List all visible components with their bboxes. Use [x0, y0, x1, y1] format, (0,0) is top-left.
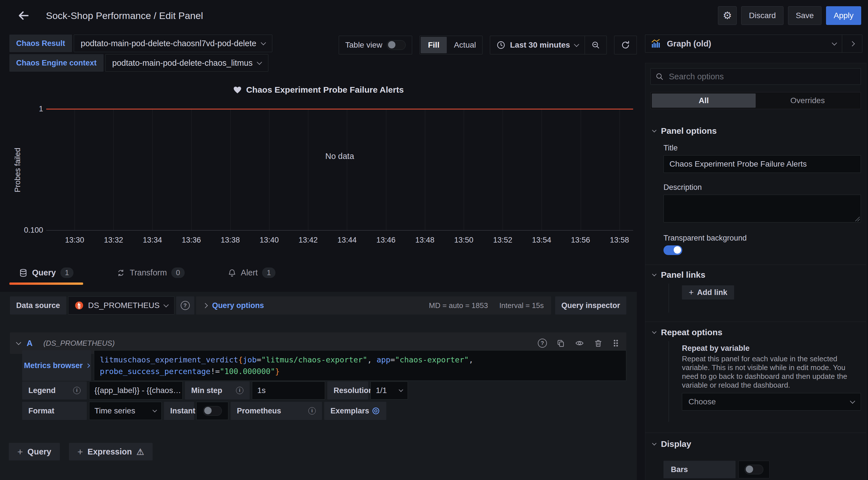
tab-badge: 0 [171, 268, 184, 278]
y-axis-tick-0100: 0.100 [6, 226, 43, 235]
section-repeat-options[interactable]: Repeat options [650, 328, 861, 337]
x-axis-tick: 13:44 [327, 236, 367, 244]
graph-plot-area[interactable]: No data [46, 109, 633, 231]
transform-icon [117, 269, 125, 277]
add-expression-button[interactable]: + Expression ⚠ [69, 443, 153, 460]
max-data-points-stat: MD = auto = 1853 [429, 301, 488, 310]
legend-format-input[interactable]: {{app_label}} - {{chaos… [89, 381, 183, 400]
trash-icon[interactable] [594, 339, 602, 347]
add-link-button[interactable]: + Add link [682, 285, 734, 300]
graph-viz-icon [651, 39, 662, 48]
tab-alert[interactable]: Alert 1 [218, 265, 285, 285]
apply-button[interactable]: Apply [826, 6, 861, 25]
drag-handle-icon[interactable] [612, 339, 620, 347]
repeat-variable-select[interactable]: Choose [682, 393, 861, 411]
tab-overrides[interactable]: Overrides [756, 94, 860, 108]
exemplars-icon[interactable] [372, 407, 380, 415]
gear-icon: ⚙ [723, 10, 732, 22]
panel-description-textarea[interactable] [663, 195, 861, 222]
options-search[interactable] [650, 68, 861, 85]
collapse-chevron-icon [16, 340, 21, 345]
add-expression-label: Expression [88, 447, 132, 456]
query-help-icon[interactable]: ? [538, 339, 547, 348]
plus-icon: + [17, 446, 23, 457]
title-field-label: Title [663, 144, 861, 152]
tab-badge: 1 [262, 268, 275, 278]
tab-all[interactable]: All [652, 94, 756, 108]
x-axis-tick: 13:48 [405, 236, 445, 244]
eye-icon[interactable] [575, 339, 584, 347]
instant-toggle[interactable] [203, 406, 222, 416]
options-search-input[interactable] [668, 72, 856, 81]
format-value: Time series [94, 406, 135, 415]
query-options-bar[interactable]: Query options MD = auto = 1853 Interval … [196, 297, 551, 314]
toggle-viz-pane-button[interactable] [842, 35, 862, 53]
editor-tabs: Query 1 Transform 0 Alert 1 [9, 265, 285, 285]
resolution-select[interactable]: 1/1 [370, 381, 408, 400]
section-panel-links[interactable]: Panel links [650, 270, 861, 280]
transparent-bg-toggle[interactable] [663, 245, 682, 255]
save-button[interactable]: Save [788, 6, 822, 25]
info-icon: i [236, 387, 243, 394]
chevron-down-icon [261, 40, 266, 45]
variable-chaos-engine-context: Chaos Engine context podtato-main-pod-de… [9, 54, 268, 72]
refresh-button[interactable] [614, 36, 637, 54]
exemplars-label: Exemplars [331, 407, 369, 415]
query-datasource-name: (DS_PROMETHEUS) [43, 339, 115, 348]
add-query-label: Query [28, 447, 51, 456]
table-view-toggle[interactable] [387, 40, 406, 50]
time-range-button[interactable]: Last 30 minutes [490, 36, 585, 54]
section-header-label: Panel options [661, 126, 717, 136]
fill-actual-group: Fill Actual [420, 36, 483, 55]
fill-button[interactable]: Fill [421, 37, 447, 53]
table-view-label: Table view [345, 40, 382, 49]
top-bar: Sock-Shop Performance / Edit Panel ⚙ Dis… [0, 0, 868, 31]
data-source-picker[interactable]: DS_PROMETHEUS [68, 297, 175, 314]
visualization-select[interactable]: Graph (old) [645, 35, 842, 53]
variable-value-dropdown[interactable]: podtato-main-pod-delete-chaos_litmus [105, 54, 269, 72]
data-source-help-button[interactable]: ? [176, 297, 194, 314]
legend-label: Legend [28, 386, 56, 395]
panel-title-input[interactable] [669, 159, 856, 169]
chevron-down-icon [574, 42, 579, 47]
plus-icon: + [78, 446, 83, 457]
x-axis-tick: 13:36 [172, 236, 211, 244]
chevron-down-icon [850, 399, 855, 404]
query-expression-row: Metrics browser litmuschaos_experiment_v… [22, 350, 626, 381]
query-editor-panel: Data source DS_PROMETHEUS ? Query option… [0, 292, 637, 480]
format-options-row: Format Time series Instant Prometheus i … [22, 402, 386, 420]
duplicate-icon[interactable] [557, 339, 565, 347]
transparent-bg-label: Transparent background [663, 234, 861, 243]
settings-button[interactable]: ⚙ [718, 6, 737, 25]
tab-query[interactable]: Query 1 [9, 265, 83, 285]
discard-button[interactable]: Discard [741, 6, 783, 25]
x-axis-tick: 13:50 [444, 236, 484, 244]
prometheus-chip: Prometheus i [230, 402, 322, 420]
variable-value-dropdown[interactable]: podtato-main-pod-delete-chaosnl7vd-pod-d… [74, 35, 272, 52]
back-arrow-icon[interactable] [17, 9, 30, 22]
promql-expression-input[interactable]: litmuschaos_experiment_verdict{job="litm… [94, 350, 626, 381]
x-axis-tick: 13:40 [249, 236, 289, 244]
interval-stat: Interval = 15s [499, 301, 544, 310]
metrics-browser-button[interactable]: Metrics browser [22, 350, 91, 381]
actual-button[interactable]: Actual [447, 36, 482, 54]
add-query-button[interactable]: + Query [9, 443, 60, 460]
repeat-select-placeholder: Choose [688, 397, 716, 406]
chevron-down-icon [652, 128, 657, 133]
section-display[interactable]: Display [650, 439, 861, 449]
query-inspector-button[interactable]: Query inspector [555, 297, 626, 314]
chevron-right-icon [203, 303, 208, 308]
section-panel-options[interactable]: Panel options [650, 126, 861, 136]
variable-value: podtato-main-pod-delete-chaos_litmus [112, 58, 253, 68]
x-axis-tick: 13:46 [366, 236, 406, 244]
min-step-input[interactable]: 1s [252, 381, 325, 400]
data-source-value: DS_PROMETHEUS [88, 301, 160, 310]
instant-toggle-box [196, 402, 228, 420]
zoom-out-button[interactable] [585, 36, 607, 54]
database-icon [19, 269, 28, 277]
tab-transform[interactable]: Transform 0 [107, 265, 194, 285]
chevron-down-icon [153, 408, 157, 413]
format-select[interactable]: Time series [89, 402, 162, 420]
data-source-row: Data source DS_PROMETHEUS ? Query option… [10, 297, 626, 314]
bars-toggle[interactable] [745, 465, 763, 474]
